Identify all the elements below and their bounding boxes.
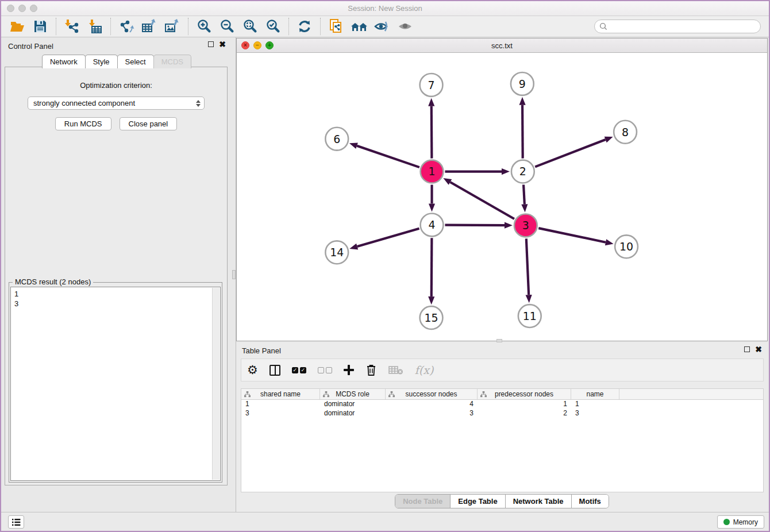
optimization-criterion-select[interactable]: strongly connected component	[28, 97, 205, 110]
edge-arrowhead	[428, 98, 434, 106]
column-header-MCDS-role[interactable]: MCDS role	[320, 389, 386, 399]
horizontal-splitter-grip[interactable]	[496, 339, 502, 342]
search-input[interactable]	[610, 22, 756, 31]
graph-edge-4-3[interactable]	[445, 225, 505, 226]
hide-selected-button[interactable]	[371, 17, 394, 36]
show-all-button[interactable]	[394, 17, 417, 36]
zoom-out-icon	[220, 19, 234, 34]
zoom-selected-icon	[265, 19, 280, 34]
graph-edge-1-7[interactable]	[432, 106, 432, 159]
network-window-titlebar[interactable]: × − + scc.txt	[237, 38, 767, 53]
import-table-button[interactable]	[83, 17, 106, 36]
graph-node-label: 6	[333, 133, 340, 145]
zoom-out-button[interactable]	[215, 17, 238, 36]
graph-edge-3-1[interactable]	[450, 182, 514, 219]
table-row[interactable]: 3dominator323	[241, 409, 763, 418]
memory-label: Memory	[733, 518, 758, 526]
split-panel-button[interactable]	[270, 361, 280, 379]
close-panel-button[interactable]: Close panel	[120, 117, 178, 130]
tab-edge-table[interactable]: Edge Table	[451, 495, 505, 508]
export-table-icon	[141, 19, 157, 34]
table-cell: 3	[571, 409, 619, 418]
tab-network-table[interactable]: Network Table	[506, 495, 572, 508]
export-image-button[interactable]	[161, 17, 184, 36]
table-row[interactable]: 1dominator411	[241, 400, 763, 409]
node-table[interactable]: shared nameMCDS rolesuccessor nodesprede…	[241, 388, 764, 492]
graph-edge-4-14[interactable]	[357, 229, 419, 246]
optimization-criterion-label: Optimization criterion:	[5, 81, 227, 90]
edge-arrowhead	[428, 296, 434, 304]
first-neighbors-button[interactable]	[348, 17, 371, 36]
graph-node-label: 1	[429, 165, 436, 178]
table-body: 1dominator4113dominator323	[241, 400, 763, 418]
run-mcds-button[interactable]: Run MCDS	[55, 117, 111, 130]
refresh-layout-button[interactable]	[293, 17, 316, 36]
export-table-button[interactable]	[138, 17, 161, 36]
table-settings-button[interactable]: ⚙	[247, 361, 258, 379]
tab-select[interactable]: Select	[117, 55, 154, 68]
close-table-panel-icon[interactable]: ✖	[755, 346, 762, 352]
zoom-in-button[interactable]	[192, 17, 215, 36]
edge-arrowhead	[502, 168, 510, 175]
graph-edge-3-10[interactable]	[538, 228, 606, 242]
graph-edge-2-9[interactable]	[522, 105, 523, 159]
add-column-button[interactable]	[344, 361, 354, 379]
network-graph: 7968124314101511	[237, 53, 767, 341]
search-icon	[599, 22, 607, 30]
column-header-shared-name[interactable]: shared name	[241, 389, 320, 399]
table-tabs: Node Table Edge Table Network Table Moti…	[395, 494, 609, 508]
column-header-successor-nodes[interactable]: successor nodes	[386, 389, 478, 399]
zoom-in-icon	[197, 19, 211, 34]
toolbar-separator	[288, 18, 289, 35]
duplicate-network-button[interactable]	[325, 17, 348, 36]
select-all-button[interactable]: ✓✓	[292, 361, 306, 379]
graph-edge-2-3[interactable]	[523, 185, 525, 205]
graph-edge-3-11[interactable]	[526, 238, 529, 295]
splitter-grip[interactable]	[232, 270, 236, 279]
task-history-button[interactable]	[8, 515, 24, 529]
zoom-selected-button[interactable]	[261, 17, 284, 36]
close-panel-icon[interactable]: ✖	[219, 41, 226, 47]
mcds-result-text: 1 3	[11, 287, 220, 309]
graph-edge-1-6[interactable]	[357, 146, 419, 167]
open-file-button[interactable]	[6, 17, 29, 36]
vertical-splitter[interactable]	[232, 37, 236, 512]
graph-node-label: 10	[619, 240, 633, 253]
graph-node-label: 4	[429, 218, 436, 231]
save-session-button[interactable]	[29, 17, 52, 36]
refresh-layout-icon	[297, 19, 312, 34]
delete-table-button[interactable]	[388, 361, 403, 379]
import-network-button[interactable]	[60, 17, 83, 36]
fit-content-button[interactable]	[238, 17, 261, 36]
graph-edge-4-15[interactable]	[432, 238, 432, 296]
search-box[interactable]	[594, 20, 761, 33]
table-cell: 1	[478, 400, 571, 409]
memory-button[interactable]: Memory	[717, 515, 764, 529]
save-session-icon	[33, 20, 47, 33]
control-panel-tabs: Network Style Select MCDS	[1, 55, 232, 68]
edge-arrowhead	[605, 137, 613, 142]
tab-mcds[interactable]: MCDS	[153, 55, 191, 68]
float-panel-icon[interactable]	[208, 41, 214, 47]
export-network-button[interactable]	[115, 17, 138, 36]
tab-motifs[interactable]: Motifs	[572, 495, 609, 508]
result-scrollbar[interactable]	[212, 288, 220, 480]
tab-style[interactable]: Style	[85, 55, 118, 68]
function-builder-button[interactable]: f(x)	[415, 361, 434, 379]
graph-node-label: 8	[622, 126, 629, 138]
float-table-panel-icon[interactable]	[744, 346, 750, 352]
column-header-predecessor-nodes[interactable]: predecessor nodes	[478, 389, 571, 399]
edge-arrowhead	[526, 295, 532, 303]
deselect-all-button[interactable]	[318, 361, 332, 379]
graph-edge-2-8[interactable]	[535, 140, 605, 167]
duplicate-network-icon	[329, 18, 344, 34]
mcds-result-box[interactable]: 1 3	[10, 287, 221, 481]
table-cell: 4	[386, 400, 478, 409]
delete-rows-button[interactable]	[365, 361, 377, 379]
deselect-all-icon	[318, 367, 332, 373]
network-canvas[interactable]: 7968124314101511	[237, 53, 767, 341]
tab-node-table[interactable]: Node Table	[395, 495, 451, 508]
tab-network[interactable]: Network	[42, 55, 86, 68]
show-all-icon	[397, 20, 413, 33]
column-header-name[interactable]: name	[571, 389, 619, 399]
